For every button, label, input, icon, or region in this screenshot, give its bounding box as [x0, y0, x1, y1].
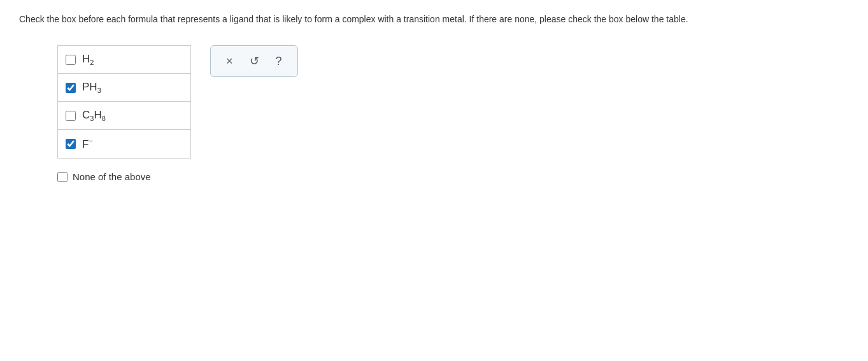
table-row: PH3	[58, 74, 190, 102]
help-button[interactable]: ?	[273, 53, 285, 69]
formula-checkbox-row-h2[interactable]	[66, 55, 76, 65]
toolbar: × ↺ ?	[210, 45, 298, 77]
formula-checkbox-row-c3h8[interactable]	[66, 111, 76, 121]
formula-label-row-h2: H2	[82, 53, 94, 66]
none-of-above-label: None of the above	[73, 171, 151, 182]
none-of-above-container: None of the above	[57, 171, 849, 182]
main-content: H2PH3C3H8F− × ↺ ?	[57, 45, 849, 159]
formula-label-row-fminus: F−	[82, 137, 93, 151]
none-of-above-checkbox[interactable]	[57, 172, 68, 182]
formula-label-row-c3h8: C3H8	[82, 109, 106, 122]
table-row: C3H8	[58, 102, 190, 130]
formula-checkbox-row-fminus[interactable]	[66, 139, 76, 149]
undo-button[interactable]: ↺	[247, 53, 262, 69]
table-row: F−	[58, 130, 190, 158]
instruction-text: Check the box before each formula that r…	[19, 13, 849, 26]
formula-checkbox-row-ph3[interactable]	[66, 83, 76, 93]
table-row: H2	[58, 46, 190, 74]
formula-table: H2PH3C3H8F−	[57, 45, 191, 159]
close-button[interactable]: ×	[224, 53, 236, 69]
formula-label-row-ph3: PH3	[82, 81, 101, 94]
